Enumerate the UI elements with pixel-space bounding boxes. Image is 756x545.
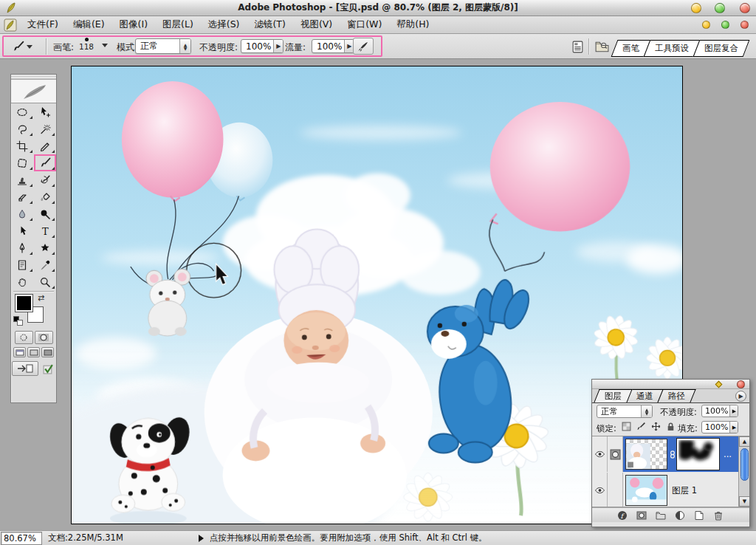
mask-link-icon[interactable] — [667, 450, 677, 459]
standard-mode-button[interactable] — [15, 331, 33, 344]
doc-maximize-button[interactable] — [721, 21, 729, 29]
blur-tool[interactable] — [11, 205, 34, 222]
blend-mode-select[interactable]: 正常 ▲▼ — [135, 38, 191, 54]
tab-tool-presets[interactable]: 工具预设 — [644, 40, 701, 57]
menu-file[interactable]: 文件(F) — [21, 16, 65, 33]
lock-pixels-icon[interactable] — [636, 422, 646, 431]
dodge-tool[interactable] — [34, 205, 57, 222]
blend-row: 正常 ▲▼ 不透明度: 100% ▶ — [592, 403, 749, 419]
minimize-button[interactable] — [691, 3, 701, 13]
new-layer-icon[interactable] — [694, 510, 704, 521]
layer-blend-mode-select[interactable]: 正常 ▲▼ — [597, 405, 653, 418]
lock-all-icon[interactable] — [666, 422, 676, 431]
chevron-down-icon[interactable] — [102, 44, 108, 47]
toggle-brushes-palette-button[interactable] — [568, 38, 586, 55]
brush-tool[interactable] — [34, 154, 57, 171]
doc-minimize-button[interactable] — [702, 21, 710, 29]
fullscreen-menubar-button[interactable] — [27, 347, 40, 357]
eyedropper-tool[interactable] — [34, 256, 57, 273]
layer-mask-thumbnail[interactable] — [677, 439, 719, 470]
fullscreen-button[interactable] — [41, 347, 54, 357]
tab-layer-comps[interactable]: 图层复合 — [693, 40, 750, 57]
scroll-down-icon[interactable]: ▼ — [739, 496, 749, 507]
lasso-tool[interactable] — [11, 120, 34, 137]
layer-row-2[interactable]: ... — [592, 436, 738, 472]
notes-tool[interactable] — [11, 256, 34, 273]
layers-scrollbar[interactable]: ▲ ▼ — [738, 436, 749, 507]
elliptical-marquee-tool[interactable] — [11, 103, 34, 120]
menu-select[interactable]: 选择(S) — [202, 16, 247, 33]
path-selection-tool[interactable] — [11, 222, 34, 239]
tool-preset-picker[interactable] — [9, 38, 41, 55]
standard-screen-button[interactable] — [13, 347, 26, 357]
menu-view[interactable]: 视图(V) — [294, 16, 339, 33]
history-brush-tool[interactable] — [34, 171, 57, 188]
patch-tool[interactable] — [11, 154, 34, 171]
airbrush-toggle[interactable] — [353, 38, 374, 55]
clone-stamp-tool[interactable] — [11, 171, 34, 188]
tab-layers[interactable]: 图层 — [594, 389, 632, 402]
layer-thumbnail[interactable] — [625, 439, 667, 470]
slider-popup-icon[interactable]: ▶ — [729, 405, 738, 417]
file-browser-button[interactable] — [593, 38, 611, 55]
hint-arrow-icon[interactable] — [199, 535, 204, 542]
menu-filter[interactable]: 滤镜(T) — [247, 16, 292, 33]
visibility-toggle[interactable] — [592, 436, 608, 472]
zoom-level-input[interactable]: 80.67% — [1, 532, 42, 545]
layer-style-icon[interactable]: f — [617, 510, 628, 521]
menu-help[interactable]: 帮助(H) — [390, 16, 436, 33]
magic-wand-tool[interactable] — [34, 120, 57, 137]
slice-tool[interactable] — [34, 137, 57, 154]
tab-paths[interactable]: 路径 — [657, 389, 695, 402]
lock-transparency-icon[interactable] — [622, 422, 631, 431]
fill-input[interactable]: 100% ▶ — [701, 421, 738, 433]
layer-opacity-input[interactable]: 100% ▶ — [701, 405, 738, 417]
brush-size-picker[interactable]: 118 — [74, 37, 99, 56]
move-tool[interactable] — [34, 103, 57, 120]
layers-panel-titlebar[interactable] — [592, 380, 749, 389]
doc-close-button[interactable] — [740, 21, 749, 29]
scroll-thumb[interactable] — [740, 448, 749, 481]
zoom-tool[interactable] — [34, 273, 57, 290]
custom-shape-tool[interactable] — [34, 239, 57, 256]
slider-popup-icon[interactable]: ▶ — [273, 40, 283, 52]
quick-mask-mode-button[interactable] — [35, 331, 53, 344]
eraser-tool[interactable] — [11, 188, 34, 205]
menu-edit[interactable]: 编辑(E) — [66, 16, 111, 33]
lock-position-icon[interactable] — [651, 422, 661, 431]
crop-tool[interactable] — [11, 137, 34, 154]
opacity-input[interactable]: 100% ▶ — [241, 39, 284, 53]
menu-layer[interactable]: 图层(L) — [156, 16, 200, 33]
toolbox-grip[interactable] — [11, 75, 56, 80]
menu-window[interactable]: 窗口(W) — [340, 16, 388, 33]
collapse-diamond-button[interactable] — [715, 381, 723, 388]
flow-input[interactable]: 100% ▶ — [312, 39, 354, 53]
paint-bucket-tool[interactable] — [34, 188, 57, 205]
pen-tool[interactable] — [11, 239, 34, 256]
scroll-up-icon[interactable]: ▲ — [739, 436, 749, 447]
link-indicator-empty[interactable] — [608, 473, 623, 507]
zoom-level-value: 80.67% — [4, 533, 36, 544]
edit-in-imageready-button[interactable] — [12, 361, 38, 376]
jump-row — [11, 359, 56, 378]
delete-layer-icon[interactable] — [713, 510, 724, 521]
slider-popup-icon[interactable]: ▶ — [729, 422, 738, 433]
type-tool[interactable]: T — [34, 222, 57, 239]
maximize-button[interactable] — [715, 3, 725, 13]
menu-image[interactable]: 图像(I) — [113, 16, 154, 33]
add-layer-mask-icon[interactable] — [636, 510, 647, 521]
new-group-icon[interactable] — [656, 510, 666, 521]
layer-thumbnail[interactable] — [625, 475, 667, 506]
layer-name: ... — [719, 449, 738, 459]
adjustment-layer-icon[interactable] — [675, 510, 685, 521]
checkmark-icon[interactable] — [41, 361, 55, 376]
close-button[interactable] — [740, 3, 750, 13]
layer-row-1[interactable]: 图层 1 — [592, 473, 738, 507]
folder-search-icon — [594, 40, 610, 54]
foreground-color-swatch[interactable] — [16, 295, 32, 312]
hand-tool[interactable] — [11, 273, 34, 290]
panel-close-button[interactable] — [737, 380, 745, 388]
swap-colors-icon[interactable]: ⇄ — [38, 293, 44, 303]
visibility-toggle[interactable] — [592, 473, 608, 507]
panel-menu-icon[interactable]: ▶ — [735, 391, 746, 402]
